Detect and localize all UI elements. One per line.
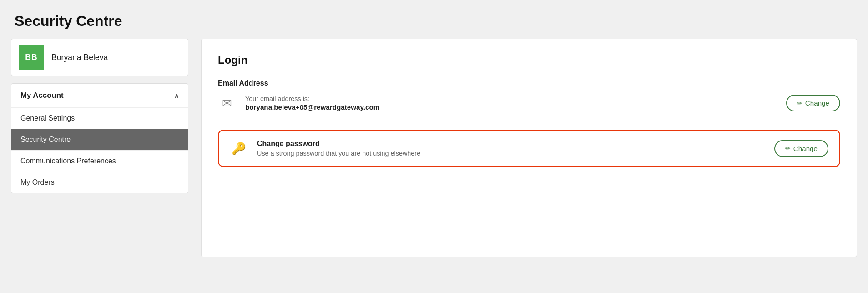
user-card: BB Boryana Beleva (11, 39, 188, 76)
email-description: Your email address is: (245, 95, 379, 102)
pencil-icon: ✏ (797, 100, 802, 107)
password-label: Change password (257, 140, 420, 148)
chevron-up-icon: ∧ (174, 92, 179, 99)
email-value: boryana.beleva+05@rewardgateway.com (245, 103, 379, 111)
login-section-title: Login (218, 54, 840, 66)
password-info: Change password Use a strong password th… (257, 140, 420, 157)
mail-icon: ✉ (218, 96, 236, 110)
password-row-left: 🔑 Change password Use a strong password … (230, 140, 420, 157)
email-row: ✉ Your email address is: boryana.beleva+… (218, 95, 840, 115)
email-change-button[interactable]: ✏ Change (786, 95, 840, 111)
sidebar-item-general-settings[interactable]: General Settings (11, 108, 188, 129)
sidebar-item-security-centre[interactable]: Security Centre (11, 129, 188, 151)
sidebar-item-my-orders[interactable]: My Orders (11, 172, 188, 193)
my-account-nav-header[interactable]: My Account ∧ (11, 84, 188, 108)
email-row-left: ✉ Your email address is: boryana.beleva+… (218, 95, 379, 111)
password-change-button[interactable]: ✏ Change (774, 140, 828, 157)
main-content: Login Email Address ✉ Your email address… (201, 39, 857, 257)
pencil-icon-2: ✏ (785, 145, 791, 152)
email-change-label: Change (805, 99, 829, 107)
user-name: Boryana Beleva (51, 53, 108, 62)
sidebar-item-communications-preferences[interactable]: Communications Preferences (11, 151, 188, 172)
email-info: Your email address is: boryana.beleva+05… (245, 95, 379, 111)
key-icon: 🔑 (230, 141, 248, 155)
password-description: Use a strong password that you are not u… (257, 150, 420, 157)
email-section-label: Email Address (218, 79, 840, 87)
sidebar: BB Boryana Beleva My Account ∧ General S… (11, 39, 188, 193)
nav-menu: My Account ∧ General Settings Security C… (11, 83, 188, 193)
avatar: BB (19, 45, 44, 70)
my-account-label: My Account (20, 91, 63, 100)
password-change-label: Change (793, 145, 818, 152)
password-row: 🔑 Change password Use a strong password … (218, 130, 840, 167)
page-title: Security Centre (0, 0, 868, 39)
